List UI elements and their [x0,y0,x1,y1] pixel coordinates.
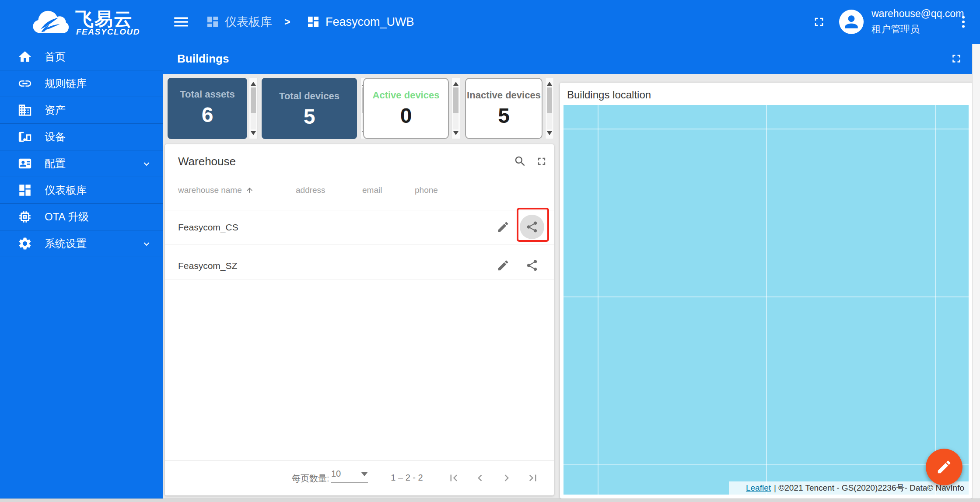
dashboard-icon [206,15,220,29]
stat-card-inactive-devices[interactable]: Inactive devices 5 [465,78,542,139]
stat-card-total-assets[interactable]: Total assets 6 [168,78,247,139]
next-page-icon[interactable] [500,471,513,485]
breadcrumb-dashboards[interactable]: 仪表板库 [225,0,272,44]
row-divider [165,244,554,244]
leaflet-map[interactable]: Leaflet | ©2021 Tencent - GS(2020)2236号-… [564,105,969,495]
page-size-label: 每页数量: [292,473,329,485]
sidebar-item-home[interactable]: 首页 [0,44,163,70]
row-divider [165,279,554,279]
scroll-down-icon[interactable] [251,131,256,135]
column-header-email[interactable]: email [362,185,382,195]
building-icon [18,103,32,118]
stat-value: 6 [168,103,247,127]
scroll-down-icon[interactable] [547,131,552,135]
page-size-select[interactable]: 10 [331,469,368,483]
stat-label: Inactive devices [466,88,542,102]
breadcrumb-separator: > [284,0,290,44]
last-page-icon[interactable] [526,471,539,485]
scroll-up-icon[interactable] [251,82,256,86]
warehouse-panel: Warehouse warehouse name address email p… [165,144,554,495]
chevron-down-icon [141,158,152,170]
stat-card-active-devices[interactable]: Active devices 0 [363,78,449,139]
fullscreen-icon[interactable] [536,155,548,167]
attribution-text: | ©2021 Tencent - GS(2020)2236号- Data© N… [774,482,964,494]
sidebar-item-config[interactable]: 配置 [0,150,163,177]
edit-icon [936,459,952,475]
link-icon [18,76,32,91]
chevron-down-icon [141,238,152,250]
sidebar-item-label: OTA 升级 [45,210,89,224]
table-row-name[interactable]: Feasycom_SZ [178,261,237,271]
dashboard-icon [306,15,320,29]
scroll-down-icon[interactable] [453,131,458,135]
previous-page-icon[interactable] [473,471,486,485]
sidebar-item-settings[interactable]: 系统设置 [0,230,163,257]
column-header-phone[interactable]: phone [415,185,438,195]
pagination-divider [165,460,554,461]
sidebar-item-label: 配置 [45,157,66,171]
user-email: warehouse@qq.com [872,8,964,20]
scroll-up-icon[interactable] [547,82,552,86]
stat-value: 5 [466,104,542,128]
share-icon[interactable] [525,259,539,272]
stat-scrollbar[interactable] [545,78,554,139]
scroll-thumb[interactable] [547,87,552,113]
stat-label: Active devices [364,88,448,102]
share-icon[interactable] [525,220,539,234]
sidebar-item-ota[interactable]: OTA 升级 [0,204,163,230]
person-icon [842,12,861,31]
sidebar-item-label: 首页 [45,50,66,64]
menu-icon[interactable] [172,13,190,31]
page-title: Buildings [177,44,229,74]
sidebar-item-rule-chains[interactable]: 规则链库 [0,70,163,97]
table-row-name[interactable]: Feasycom_CS [178,222,238,233]
map-attribution: Leaflet | ©2021 Tencent - GS(2020)2236号-… [729,481,969,495]
app-logo[interactable]: 飞易云 FEASYCLOUD [0,0,163,44]
vertical-scrollbar-track[interactable] [972,44,980,499]
buildings-location-panel: Buildings localtion Leaflet | ©2021 Tenc… [560,83,972,499]
horizontal-scrollbar-track[interactable] [0,499,980,502]
logo-subtitle: FEASYCLOUD [76,27,140,37]
stat-card-total-devices[interactable]: Total devices 5 [262,78,357,139]
sort-ascending-icon [245,186,254,195]
avatar[interactable] [839,10,864,34]
leaflet-link[interactable]: Leaflet [746,483,771,493]
top-bar: 飞易云 FEASYCLOUD 仪表板库 > Feasycom_UWB wareh… [0,0,980,44]
page-size-value: 10 [331,469,341,479]
edit-icon[interactable] [497,220,510,234]
ukraine-flag-icon [733,485,743,492]
search-icon[interactable] [514,155,527,168]
map-tile-grid-line [766,105,767,495]
column-header-address[interactable]: address [296,185,326,195]
fullscreen-icon[interactable] [950,52,963,65]
fullscreen-icon[interactable] [812,15,826,29]
more-vertical-icon[interactable] [956,14,971,30]
home-icon [18,49,32,64]
sidebar-item-label: 规则链库 [45,77,87,91]
stat-value: 0 [364,104,448,128]
scroll-thumb[interactable] [453,87,458,113]
sidebar-item-devices[interactable]: 设备 [0,124,163,150]
map-title: Buildings localtion [567,89,651,101]
scroll-thumb[interactable] [251,87,256,113]
stat-scrollbar[interactable] [452,78,460,139]
scroll-up-icon[interactable] [453,82,458,86]
edit-map-fab[interactable] [926,449,962,485]
dropdown-arrow-icon [361,472,368,476]
sidebar-item-dashboards[interactable]: 仪表板库 [0,177,163,204]
stat-scrollbar[interactable] [249,78,258,139]
warehouse-title: Warehouse [178,155,236,168]
devices-icon [18,129,32,144]
gear-icon [18,236,32,251]
column-header-warehouse-name[interactable]: warehouse name [178,185,254,195]
sidebar-item-label: 资产 [45,103,66,117]
map-tile-grid-line [564,129,969,129]
sidebar-item-label: 系统设置 [45,237,87,251]
first-page-icon[interactable] [447,471,460,485]
breadcrumb-current[interactable]: Feasycom_UWB [326,0,414,44]
sidebar-item-assets[interactable]: 资产 [0,97,163,124]
map-tile-grid-line [564,296,969,297]
pagination-range: 1 – 2 - 2 [387,473,427,483]
badge-icon [18,156,32,171]
edit-icon[interactable] [497,259,510,272]
